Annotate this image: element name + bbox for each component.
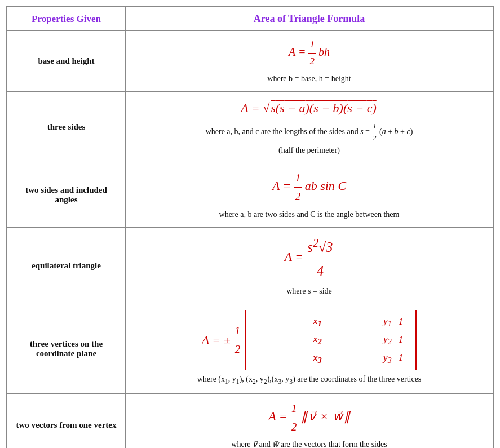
desc-base-height: where b = base, h = height [132,72,486,86]
desc-three-sides: where a, b, and c are the lengths of the… [132,121,486,144]
header-properties: Properties Given [7,7,126,31]
formula-three-sides: A = √s(s − a)(s − b)(s − c) where a, b, … [126,91,493,163]
formula-text-three-sides: A = √s(s − a)(s − b)(s − c) [132,97,486,118]
formula-text-three-vertices: A = ± 1 2 x1 y1 1 [132,310,486,370]
formula-text-two-vectors: A = 1 2 ‖v⃗ × w⃗‖ [132,400,486,436]
row-base-height: base and height A = 1 2 bh where b = bas… [7,31,493,92]
property-two-vectors: two vectors from one vertex [7,393,126,448]
property-three-sides: three sides [7,91,126,163]
formula-two-vectors: A = 1 2 ‖v⃗ × w⃗‖ where v⃗ and w⃗ are th… [126,393,493,448]
property-three-vertices: three vertices on the coordinate plane [7,304,126,393]
desc-two-vectors: where v⃗ and w⃗ are the vectors that for… [132,438,486,448]
row-two-sides: two sides and included angles A = 1 2 ab… [7,163,493,227]
main-table-container: Properties Given Area of Triangle Formul… [6,6,494,448]
formula-base-height: A = 1 2 bh where b = base, h = height [126,31,493,92]
header-formula: Area of Triangle Formula [126,7,493,31]
row-two-vectors: two vectors from one vertex A = 1 2 ‖v⃗ … [7,393,493,448]
desc-three-vertices: where (x1, y1), (x2, y2),(x3, y3) are th… [132,372,486,388]
formula-table: Properties Given Area of Triangle Formul… [7,7,493,448]
row-three-vertices: three vertices on the coordinate plane A… [7,304,493,393]
formula-text-base-height: A = 1 2 bh [132,37,486,70]
formula-text-two-sides: A = 1 2 ab sin C [132,169,486,206]
property-equilateral: equilateral triangle [7,227,126,304]
row-three-sides: three sides A = √s(s − a)(s − b)(s − c) … [7,91,493,163]
row-equilateral: equilateral triangle A = s2√3 4 where s … [7,227,493,304]
formula-three-vertices: A = ± 1 2 x1 y1 1 [126,304,493,393]
desc-three-sides-2: (half the perimeter) [132,144,486,157]
formula-text-equilateral: A = s2√3 4 [132,233,486,282]
desc-two-sides: where a, b are two sides and C is the an… [132,208,486,221]
desc-equilateral: where s = side [132,285,486,298]
matrix-wrap: x1 y1 1 x2 y2 1 [245,310,417,370]
property-base-height: base and height [7,31,126,92]
formula-two-sides: A = 1 2 ab sin C where a, b are two side… [126,163,493,227]
matrix: x1 y1 1 x2 y2 1 [245,310,417,370]
property-two-sides: two sides and included angles [7,163,126,227]
formula-equilateral: A = s2√3 4 where s = side [126,227,493,304]
